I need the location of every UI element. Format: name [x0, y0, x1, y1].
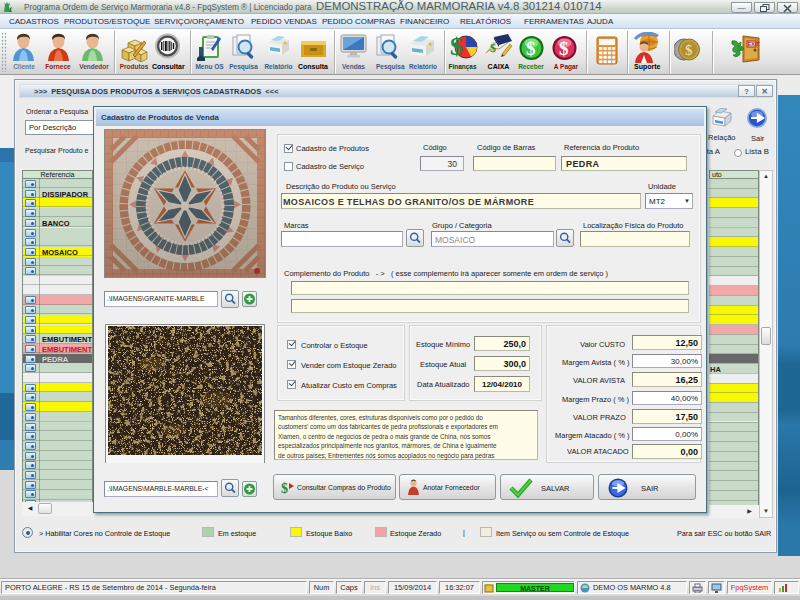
svg-text:$: $	[685, 42, 693, 58]
svg-text:$: $	[559, 38, 569, 59]
svg-text:$: $	[450, 33, 463, 61]
svg-text:EXIT: EXIT	[748, 41, 761, 47]
svg-text:$: $	[281, 481, 288, 496]
svg-text:$: $	[526, 38, 536, 59]
svg-text:$: $	[490, 41, 496, 55]
